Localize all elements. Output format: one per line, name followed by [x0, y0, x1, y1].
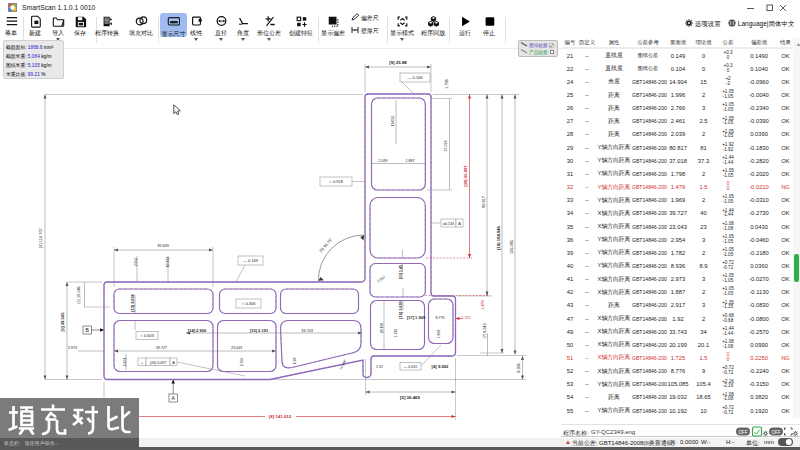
svg-text:A: A [458, 222, 461, 226]
svg-text:2.766: 2.766 [240, 358, 244, 367]
svg-text:1.92: 1.92 [376, 365, 383, 369]
svg-text:[14] 2.926: [14] 2.926 [188, 328, 207, 333]
svg-text:1.887: 1.887 [406, 159, 415, 163]
svg-text:1.479: 1.479 [481, 300, 485, 310]
svg-text:1.798: 1.798 [445, 79, 449, 89]
svg-text:— 0.149: — 0.149 [243, 258, 259, 263]
svg-text:[4] 9.052: [4] 9.052 [432, 364, 449, 369]
svg-text:1.969: 1.969 [437, 330, 441, 338]
svg-text:(2) 10.146: (2) 10.146 [77, 286, 81, 303]
svg-text:2.461: 2.461 [123, 358, 127, 367]
svg-text:[11] 1.43: [11] 1.43 [399, 265, 403, 279]
svg-text:2.917: 2.917 [377, 275, 387, 283]
svg-text:39.727: 39.727 [156, 346, 167, 350]
svg-text:[1] 39.565: [1] 39.565 [60, 312, 65, 332]
svg-text:1.725: 1.725 [461, 316, 471, 320]
svg-text:∩ 0.918: ∩ 0.918 [329, 179, 344, 184]
svg-text:(7) 9.243: (7) 9.243 [483, 323, 487, 338]
svg-text:20.199: 20.199 [380, 323, 384, 333]
svg-text:[17] 1.909: [17] 1.909 [407, 315, 426, 320]
svg-text:ø0.133: ø0.133 [443, 222, 454, 226]
svg-text:37.018: 37.018 [444, 141, 448, 152]
svg-text:2.954: 2.954 [134, 258, 138, 267]
svg-text:8.776: 8.776 [436, 316, 445, 320]
svg-text:[15] 2.191: [15] 2.191 [250, 328, 269, 333]
svg-text:(5) 99.75°: (5) 99.75° [318, 236, 334, 253]
svg-text:∩ 0.603: ∩ 0.603 [140, 333, 155, 338]
svg-text:[5] 36.469: [5] 36.469 [400, 395, 421, 400]
svg-text:∩ 0.306: ∩ 0.306 [242, 301, 257, 306]
svg-text:[13] 3.004: [13] 3.004 [131, 293, 135, 311]
svg-text:(20) 0.097: (20) 0.097 [150, 361, 166, 365]
svg-text:2.973: 2.973 [68, 346, 77, 350]
svg-text:105.085: 105.085 [510, 240, 514, 254]
svg-text:(19) 104.046: (19) 104.046 [496, 225, 501, 249]
svg-text:23.043: 23.043 [231, 346, 242, 350]
svg-text:19.052: 19.052 [391, 116, 395, 126]
svg-text:— 0.106: — 0.106 [407, 75, 423, 80]
svg-text:(39) 65.097: (39) 65.097 [463, 165, 468, 187]
svg-text:33.743: 33.743 [301, 329, 313, 333]
svg-text:A: A [172, 361, 175, 365]
svg-text:1.782: 1.782 [394, 329, 398, 337]
svg-text:OFF: OFF [739, 430, 748, 435]
svg-text:[16] 1.630: [16] 1.630 [399, 301, 403, 318]
svg-text:80.817: 80.817 [482, 196, 486, 208]
svg-text:2.039: 2.039 [379, 159, 388, 163]
svg-text:— 0.015: — 0.015 [404, 365, 418, 369]
svg-text:8.936: 8.936 [517, 363, 521, 373]
svg-text:1.98: 1.98 [293, 358, 297, 365]
svg-text:[8] 141.012: [8] 141.012 [269, 414, 292, 419]
svg-text:10.192: 10.192 [166, 257, 170, 267]
svg-text:[9] 25.88: [9] 25.88 [389, 60, 407, 65]
svg-text:39.639: 39.639 [157, 244, 169, 248]
svg-text:[6] 114.707: [6] 114.707 [38, 227, 43, 247]
svg-text:OFF: OFF [772, 430, 781, 435]
svg-text:14.908°: 14.908° [339, 358, 348, 371]
